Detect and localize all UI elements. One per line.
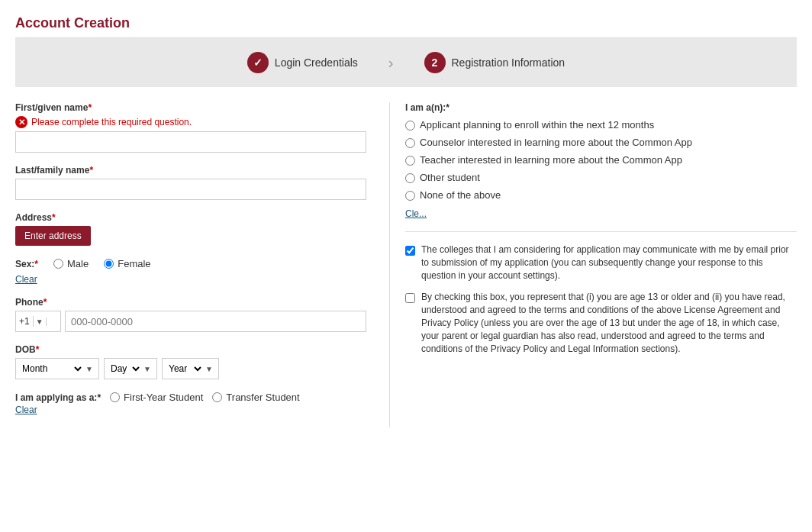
step-2: 2 Registration Information	[424, 52, 566, 73]
phone-number-input[interactable]	[65, 311, 366, 332]
error-icon: ✕	[15, 116, 27, 128]
iam-option-3-label: Teacher interested in learning more abou…	[420, 154, 682, 166]
iam-label: I am a(n):*	[405, 102, 797, 113]
applying-group: I am applying as a:* First-Year Student …	[15, 392, 366, 415]
applying-clear-link[interactable]: Clear	[15, 405, 37, 415]
iam-option-5[interactable]: None of the above	[405, 189, 797, 201]
checkbox2-input[interactable]	[405, 293, 415, 303]
applying-transfer-option[interactable]: Transfer Student	[212, 392, 299, 403]
phone-country-code: +1	[16, 316, 34, 327]
iam-option-4[interactable]: Other student	[405, 172, 797, 183]
sex-female-option[interactable]: Female	[104, 258, 150, 269]
sex-group: Sex:* Male Female Clear	[15, 258, 366, 285]
address-group: Address* Enter address	[15, 212, 366, 246]
step-2-number: 2	[432, 56, 438, 69]
applying-firstyear-label: First-Year Student	[124, 392, 203, 403]
first-name-label: First/given name*	[15, 102, 366, 113]
step-1: ✓ Login Credentials	[247, 52, 358, 73]
iam-clear-link[interactable]: Cle...	[405, 208, 427, 219]
checkbox1-label: The colleges that I am considering for a…	[421, 243, 797, 282]
iam-group: I am a(n):* Applicant planning to enroll…	[405, 102, 797, 219]
step-1-check: ✓	[253, 56, 263, 69]
checkbox2-label: By checking this box, you represent that…	[421, 291, 797, 355]
last-name-group: Last/family name*	[15, 165, 366, 200]
step-1-label: Login Credentials	[275, 56, 358, 69]
applying-transfer-label: Transfer Student	[226, 392, 299, 403]
phone-label: Phone*	[15, 297, 366, 308]
phone-country-wrap[interactable]: +1 ▼	[15, 311, 61, 332]
sex-female-label: Female	[118, 258, 150, 269]
page-title: Account Creation	[15, 8, 797, 38]
iam-option-2-label: Counselor interested in learning more ab…	[420, 137, 692, 148]
sex-label: Sex:*	[15, 259, 38, 269]
dob-day-select[interactable]: Day 12345 678910 1112131415 1617181920 2…	[108, 359, 142, 379]
address-label: Address*	[15, 212, 366, 223]
year-arrow-icon: ▼	[205, 365, 213, 373]
dob-month-select[interactable]: Month JanuaryFebruaryMarch AprilMayJune …	[19, 359, 84, 379]
first-name-input[interactable]	[15, 131, 366, 153]
iam-option-5-label: None of the above	[420, 189, 501, 201]
dob-label: DOB*	[15, 344, 366, 355]
day-arrow-icon: ▼	[143, 365, 151, 373]
iam-option-2[interactable]: Counselor interested in learning more ab…	[405, 137, 797, 148]
dob-year-wrap[interactable]: Year 2024202320102000 199019801970196019…	[162, 358, 219, 379]
iam-option-3[interactable]: Teacher interested in learning more abou…	[405, 154, 797, 166]
phone-dropdown-arrow: ▼	[34, 318, 47, 326]
right-divider	[405, 231, 797, 232]
step-2-label: Registration Information	[452, 56, 566, 69]
dob-group: DOB* Month JanuaryFebruaryMarch AprilMay…	[15, 344, 366, 379]
last-name-label: Last/family name*	[15, 165, 366, 176]
dob-year-select[interactable]: Year 2024202320102000 199019801970196019…	[166, 359, 204, 379]
sex-clear-link[interactable]: Clear	[15, 274, 37, 285]
sex-male-option[interactable]: Male	[53, 258, 89, 269]
step-2-circle: 2	[424, 52, 446, 73]
month-arrow-icon: ▼	[85, 365, 93, 373]
last-name-input[interactable]	[15, 179, 366, 200]
enter-address-button[interactable]: Enter address	[15, 226, 91, 246]
checkbox1-input[interactable]	[405, 246, 415, 256]
dob-month-wrap[interactable]: Month JanuaryFebruaryMarch AprilMayJune …	[15, 358, 99, 379]
error-text: Please complete this required question.	[31, 117, 192, 127]
steps-bar: ✓ Login Credentials › 2 Registration Inf…	[15, 38, 797, 87]
first-name-group: First/given name* ✕ Please complete this…	[15, 102, 366, 153]
iam-option-1-label: Applicant planning to enroll within the …	[420, 119, 654, 131]
iam-option-1[interactable]: Applicant planning to enroll within the …	[405, 119, 797, 131]
first-name-error: ✕ Please complete this required question…	[15, 116, 366, 128]
applying-label: I am applying as a:*	[15, 392, 101, 403]
checkbox1-group[interactable]: The colleges that I am considering for a…	[405, 243, 797, 282]
applying-firstyear-option[interactable]: First-Year Student	[110, 392, 203, 403]
checkbox2-group[interactable]: By checking this box, you represent that…	[405, 291, 797, 355]
phone-group: Phone* +1 ▼	[15, 297, 366, 332]
step-arrow: ›	[388, 54, 394, 72]
step-1-circle: ✓	[247, 52, 269, 73]
dob-day-wrap[interactable]: Day 12345 678910 1112131415 1617181920 2…	[104, 358, 157, 379]
iam-option-4-label: Other student	[420, 172, 480, 183]
sex-male-label: Male	[67, 258, 89, 269]
